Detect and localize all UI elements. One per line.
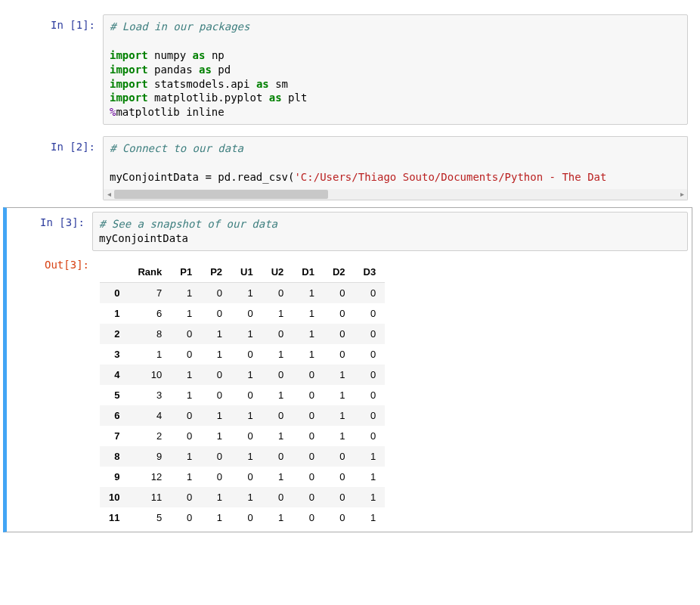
- column-header: P1: [171, 262, 201, 283]
- table-row: 310101100: [100, 344, 385, 365]
- kw-as: as: [193, 49, 206, 61]
- table-row: 10110110001: [100, 487, 385, 507]
- column-header: [100, 262, 129, 283]
- scroll-left-icon[interactable]: ◂: [104, 189, 114, 200]
- table-row: 1150101001: [100, 507, 385, 528]
- input-area[interactable]: # See a snapshot of our data myConjointD…: [92, 212, 688, 528]
- column-header: U1: [231, 262, 262, 283]
- cell-value: 0: [324, 446, 355, 467]
- cell-value: 0: [231, 507, 262, 528]
- cell-value: 0: [262, 324, 293, 344]
- column-header: Rank: [129, 262, 171, 283]
- cell-value: 0: [171, 426, 201, 446]
- cell-value: 1: [293, 282, 324, 303]
- cell-value: 7: [129, 282, 171, 303]
- cell-value: 0: [324, 303, 355, 324]
- scrollbar-track[interactable]: [114, 189, 677, 200]
- cell-value: 1: [231, 282, 262, 303]
- input-prompt: In [3]:: [8, 212, 92, 230]
- cell-value: 1: [171, 365, 201, 385]
- table-row: 531001010: [100, 385, 385, 405]
- cell-value: 1: [262, 344, 293, 365]
- code-cell-3[interactable]: In [3]: # See a snapshot of our data myC…: [3, 207, 692, 532]
- cell-value: 0: [324, 344, 355, 365]
- input-prompt: In [1]:: [8, 14, 103, 125]
- cell-value: 0: [355, 426, 386, 446]
- code-text: myConjointData: [99, 232, 188, 244]
- cell-value: 0: [355, 282, 386, 303]
- cell-value: 1: [262, 467, 293, 487]
- row-index: 4: [100, 365, 129, 385]
- cell-value: 11: [129, 487, 171, 507]
- cell-value: 9: [129, 446, 171, 467]
- table-row: 9121001001: [100, 467, 385, 487]
- scrollbar-thumb[interactable]: [114, 190, 328, 199]
- kw-as: as: [199, 64, 212, 76]
- code-cell-1[interactable]: In [1]: # Load in our packages import nu…: [3, 10, 692, 129]
- cell-value: 0: [324, 282, 355, 303]
- cell-value: 1: [262, 303, 293, 324]
- dataframe-table: RankP1P2U1U2D1D2D3 071010100161001100280…: [100, 262, 385, 528]
- cell-value: 1: [129, 344, 171, 365]
- cell-value: 0: [293, 426, 324, 446]
- cell-value: 1: [262, 426, 293, 446]
- cell-value: 0: [324, 487, 355, 507]
- cell-value: 1: [262, 385, 293, 405]
- cell-value: 0: [171, 507, 201, 528]
- cell-value: 1: [171, 282, 201, 303]
- cell-value: 0: [293, 507, 324, 528]
- input-area[interactable]: # Load in our packages import numpy as n…: [103, 14, 688, 125]
- alias: sm: [275, 78, 288, 90]
- cell-value: 1: [231, 446, 262, 467]
- input-prompt: In [2]:: [8, 136, 103, 200]
- cell-value: 1: [293, 303, 324, 324]
- cell-value: 0: [293, 405, 324, 426]
- cell-value: 0: [171, 324, 201, 344]
- column-header: U2: [262, 262, 293, 283]
- input-area[interactable]: # Connect to our data myConjointData = p…: [103, 136, 688, 200]
- cell-value: 0: [171, 344, 201, 365]
- alias: pd: [218, 64, 231, 76]
- cell-value: 12: [129, 467, 171, 487]
- string-literal: 'C:/Users/Thiago Souto/Documents/Python …: [294, 171, 606, 183]
- module-name: matplotlib.pyplot: [154, 92, 262, 104]
- output-prompt: Out[3]:: [5, 254, 97, 528]
- cell-value: 1: [355, 487, 386, 507]
- cell-value: 0: [355, 365, 386, 385]
- cell-value: 1: [355, 467, 386, 487]
- cell-value: 1: [201, 405, 231, 426]
- row-index: 7: [100, 426, 129, 446]
- cell-value: 5: [129, 507, 171, 528]
- code-input[interactable]: # Load in our packages import numpy as n…: [103, 14, 688, 125]
- cell-value: 1: [324, 385, 355, 405]
- code-input[interactable]: # Connect to our data myConjointData = p…: [103, 136, 688, 189]
- alias: np: [212, 49, 225, 61]
- cell-value: 0: [293, 467, 324, 487]
- cell-value: 1: [324, 405, 355, 426]
- cell-value: 0: [293, 365, 324, 385]
- row-index: 8: [100, 446, 129, 467]
- table-row: 280110100: [100, 324, 385, 344]
- cell-value: 0: [201, 385, 231, 405]
- table-row: 4101010010: [100, 365, 385, 385]
- cell-value: 6: [129, 303, 171, 324]
- kw-import: import: [110, 49, 148, 61]
- cell-value: 0: [262, 282, 293, 303]
- code-cell-2[interactable]: In [2]: # Connect to our data myConjoint…: [3, 132, 692, 205]
- row-index: 3: [100, 344, 129, 365]
- cell-value: 0: [293, 487, 324, 507]
- scroll-right-icon[interactable]: ▸: [677, 189, 687, 200]
- code-input[interactable]: # See a snapshot of our data myConjointD…: [92, 212, 688, 251]
- kw-as: as: [256, 78, 269, 90]
- cell-value: 0: [324, 324, 355, 344]
- comment: # Load in our packages: [110, 20, 249, 33]
- cell-value: 0: [201, 467, 231, 487]
- alias: plt: [288, 92, 307, 104]
- horizontal-scrollbar[interactable]: ◂ ▸: [103, 189, 688, 200]
- kw-as: as: [269, 92, 282, 104]
- cell-value: 4: [129, 405, 171, 426]
- column-header: P2: [201, 262, 231, 283]
- comment: # See a snapshot of our data: [99, 218, 277, 230]
- row-index: 11: [100, 507, 129, 528]
- cell-value: 1: [201, 507, 231, 528]
